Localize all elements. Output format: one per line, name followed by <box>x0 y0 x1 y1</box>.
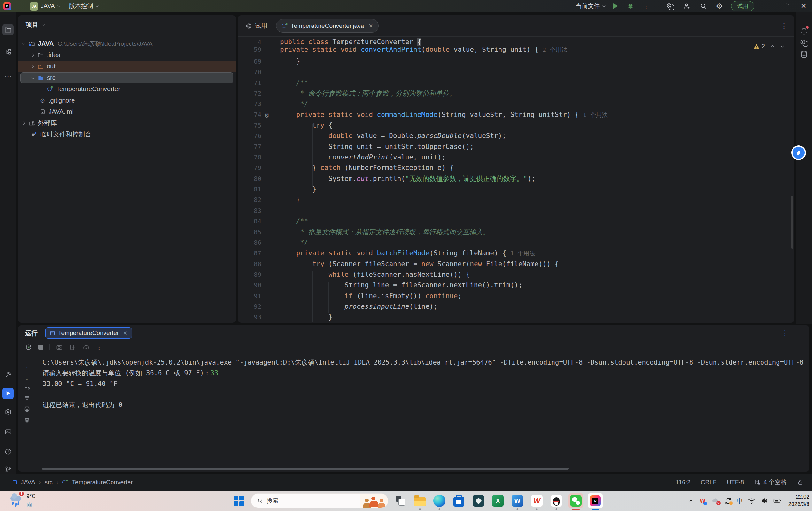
microsoft-store-button[interactable] <box>452 493 466 508</box>
print-button[interactable] <box>24 406 30 414</box>
word-button[interactable]: W <box>510 493 525 508</box>
vcs-widget[interactable]: 版本控制 <box>69 2 98 10</box>
code-line-93[interactable]: 93 } <box>238 312 794 322</box>
code-line-92[interactable]: 92 processInputLine(line); <box>238 301 794 312</box>
code-line-84[interactable]: 84 /** <box>238 216 794 227</box>
wechat-button[interactable] <box>569 493 583 508</box>
run-configuration-selector[interactable]: 当前文件 <box>576 2 605 10</box>
breadcrumb-class[interactable]: TemperatureConverter <box>72 479 133 486</box>
next-occurrence-button[interactable]: ↓ <box>25 374 29 381</box>
intellij-idea-button[interactable]: IJ <box>588 493 603 508</box>
tree-item-临时文件和控制台[interactable]: 临时文件和控制台 <box>18 129 236 140</box>
code-line-89[interactable]: 89 while (fileScanner.hasNextLine()) { <box>238 269 794 280</box>
chevron-right-icon[interactable] <box>29 54 36 56</box>
volume-tray-icon[interactable] <box>760 496 768 505</box>
editor-scrollbar[interactable] <box>791 196 793 249</box>
close-tab-icon[interactable]: ✕ <box>369 23 373 29</box>
tree-item-外部库[interactable]: 外部库 <box>18 118 236 129</box>
chevron-down-icon[interactable] <box>29 77 37 79</box>
soft-wrap-button[interactable] <box>24 384 30 392</box>
edge-button[interactable] <box>432 493 447 508</box>
ai-assistant-tool-button[interactable] <box>800 38 808 47</box>
breadcrumb-root[interactable]: JAVA <box>21 479 35 486</box>
window-close-button[interactable]: ✕ <box>801 2 806 10</box>
code-line-71[interactable]: 71 /** <box>238 78 794 88</box>
code-line-69[interactable]: 69 } <box>238 56 794 67</box>
code-line-76[interactable]: 76 double value = Double.parseDouble(val… <box>238 131 794 141</box>
tree-item-out[interactable]: out <box>18 61 236 72</box>
code-line-82[interactable]: 82 } <box>238 195 794 205</box>
editor-tab-temperatureconverter[interactable]: TemperatureConverter.java ✕ <box>276 19 379 33</box>
indent-widget[interactable]: 4 个空格 <box>754 478 787 486</box>
taskbar-clock[interactable]: 22:02 2026/3/8 <box>788 493 809 508</box>
services-tool-button[interactable] <box>2 406 14 418</box>
wifi-tray-icon[interactable] <box>748 496 756 505</box>
terminal-tool-button[interactable] <box>2 426 14 437</box>
clear-console-button[interactable] <box>24 417 30 425</box>
run-button[interactable] <box>613 3 618 9</box>
database-tool-button[interactable] <box>800 50 808 58</box>
settings-button[interactable]: ⚙ <box>716 2 723 10</box>
code-line-91[interactable]: 91 if (line.isEmpty()) continue; <box>238 291 794 301</box>
code-line-81[interactable]: 81 } <box>238 184 794 195</box>
excel-button[interactable]: X <box>491 493 505 508</box>
run-tool-button[interactable] <box>2 388 14 399</box>
code-line-4[interactable]: 4public class TemperatureConverter { <box>238 37 794 47</box>
tree-item-JAVA[interactable]: JAVAC:\Users\朱彦硕\IdeaProjects\JAVA <box>18 38 236 50</box>
code-line-70[interactable]: 70 <box>238 67 794 77</box>
wps-button[interactable]: W <box>529 493 544 508</box>
code-line-75[interactable]: 75 try { <box>238 120 794 131</box>
qq-button[interactable] <box>549 493 564 508</box>
attach-process-button[interactable] <box>69 344 76 351</box>
code-line-87[interactable]: 87 private static void batchFileMode(Str… <box>238 248 794 259</box>
code-line-90[interactable]: 90 String line = fileScanner.nextLine().… <box>238 280 794 290</box>
code-line-73[interactable]: 73 */ <box>238 99 794 109</box>
ai-assistant-button[interactable] <box>666 2 674 10</box>
start-button[interactable] <box>231 493 246 508</box>
code-line-77[interactable]: 77 String unit = unitStr.toUpperCase(); <box>238 142 794 152</box>
profiler-snapshot-button[interactable] <box>56 344 63 351</box>
tab-list-button[interactable]: ⋮ <box>780 22 787 30</box>
caret-position[interactable]: 116:2 <box>676 479 691 486</box>
tree-item-src[interactable]: src <box>21 72 233 84</box>
line-separator[interactable]: CRLF <box>701 479 717 486</box>
tree-item-TemperatureConverter[interactable]: TemperatureConverter <box>18 83 236 95</box>
search-everywhere-button[interactable] <box>699 2 707 10</box>
taskbar-search[interactable]: 搜索 <box>251 493 388 508</box>
code-line-72[interactable]: 72 * 命令行参数模式：两个参数，分别为数值和单位。 <box>238 88 794 99</box>
code-line-83[interactable]: 83 <box>238 205 794 216</box>
window-restore-button[interactable] <box>785 4 789 8</box>
close-run-tab-icon[interactable]: ✕ <box>123 330 127 336</box>
preview-tab[interactable]: 试用 <box>245 22 267 30</box>
toolbar-more-button[interactable]: ⋮ <box>96 343 103 351</box>
debug-button[interactable] <box>627 2 634 10</box>
dark-app-button[interactable] <box>471 493 486 508</box>
code-line-80[interactable]: 80 System.out.println("无效的数值参数，请提供正确的数字。… <box>238 173 794 184</box>
next-warning-icon[interactable] <box>780 44 785 49</box>
project-tool-button[interactable] <box>2 24 14 35</box>
wps-cloud-tray-icon[interactable]: W <box>699 496 707 505</box>
run-tab-temperatureconverter[interactable]: TemperatureConverter ✕ <box>46 327 132 339</box>
project-panel-header[interactable]: 项目 <box>18 15 236 29</box>
chevron-right-icon[interactable] <box>20 122 27 124</box>
tray-expand-button[interactable] <box>688 498 694 504</box>
console-horizontal-scrollbar[interactable] <box>41 467 569 470</box>
chevron-right-icon[interactable] <box>29 65 36 67</box>
code-line-74[interactable]: 74@ private static void commandLineMode(… <box>238 110 794 120</box>
version-control-tool-button[interactable] <box>2 463 14 475</box>
floating-browser-bubble[interactable] <box>791 145 806 160</box>
unlock-icon[interactable] <box>797 479 804 486</box>
build-tool-button[interactable] <box>2 368 14 380</box>
tree-item-.gitignore[interactable]: ⊘.gitignore <box>18 95 236 107</box>
code-line-88[interactable]: 88 try (Scanner fileScanner = new Scanne… <box>238 259 794 269</box>
code-line-78[interactable]: 78 convertAndPrint(value, unit); <box>238 152 794 163</box>
run-more-button[interactable]: ⋮ <box>781 329 788 337</box>
window-minimize-button[interactable] <box>767 6 773 6</box>
tree-item-.idea[interactable]: .idea <box>18 50 236 61</box>
code-line-79[interactable]: 79 } catch (NumberFormatException e) { <box>238 163 794 173</box>
project-widget[interactable]: JA JAVA <box>30 2 59 10</box>
more-actions-button[interactable]: ⋮ <box>643 2 650 10</box>
code-line-86[interactable]: 86 */ <box>238 237 794 248</box>
main-menu-button[interactable] <box>16 1 25 11</box>
breadcrumb-src[interactable]: src <box>45 479 52 486</box>
